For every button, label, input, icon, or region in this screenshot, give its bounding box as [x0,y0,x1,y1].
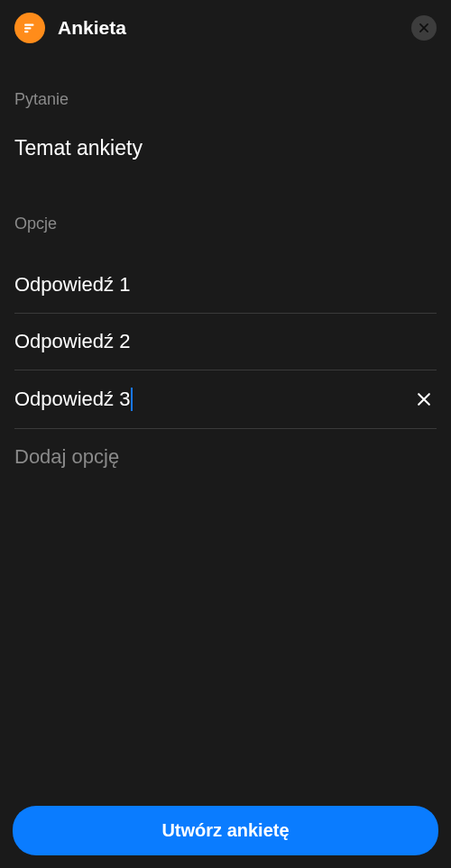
question-label: Pytanie [14,90,437,109]
add-option-button[interactable]: Dodaj opcję [14,429,437,485]
content: Pytanie Opcje Odpowiedź 3 Dodaj opcję [0,56,451,793]
svg-rect-2 [24,31,29,32]
header: Ankieta [0,0,451,56]
close-icon [418,22,430,34]
x-icon [415,390,433,408]
question-input[interactable] [14,136,437,160]
options-label: Opcje [14,215,437,233]
option-value-3: Odpowiedź 3 [14,388,130,411]
remove-option-button[interactable] [411,387,437,412]
option-input-1[interactable] [14,273,437,297]
option-row [14,314,437,370]
option-input-2[interactable] [14,330,437,353]
create-poll-button[interactable]: Utwórz ankietę [13,806,438,855]
svg-rect-1 [24,27,32,29]
header-title: Ankieta [58,17,399,39]
option-row: Odpowiedź 3 [14,370,437,429]
svg-rect-0 [24,24,34,26]
poll-icon [14,13,45,43]
option-input-3[interactable]: Odpowiedź 3 [14,388,402,411]
footer: Utwórz ankietę [0,793,451,868]
text-cursor [131,388,133,411]
close-button[interactable] [411,15,437,41]
option-row [14,257,437,314]
